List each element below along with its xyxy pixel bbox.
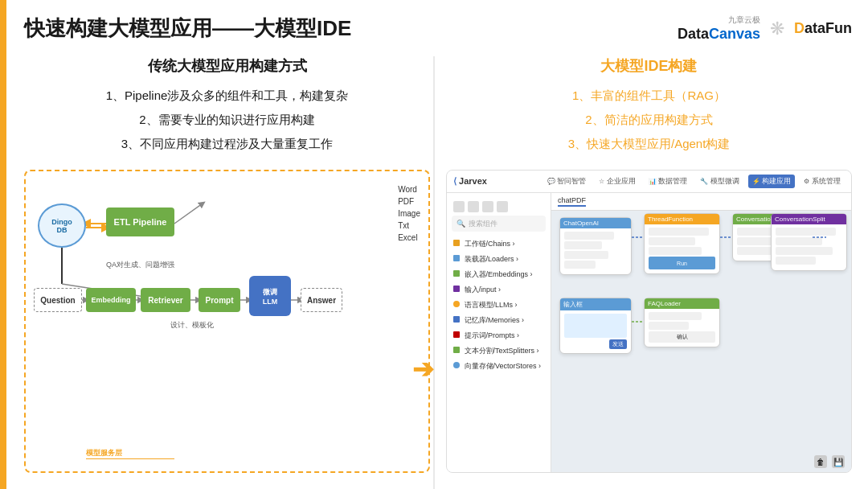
file-word: Word: [398, 183, 420, 195]
data-text: Data: [678, 26, 709, 42]
page-title: 快速构建大模型应用——大模型IDE: [24, 14, 351, 43]
toolbar-icon-2[interactable]: 💾: [832, 455, 845, 468]
file-image: Image: [398, 208, 420, 220]
node-etl: ETL Pipeline: [106, 208, 174, 236]
search-icon: 🔍: [457, 220, 465, 228]
ide-body: 🔍 搜索组件 工作链/Chains › 装载器/Loaders ›: [447, 193, 851, 472]
ide-canvas: chatPDF ChatOpenAI ThreadFunction: [551, 193, 851, 472]
annotation-design: 设计、模板化: [170, 320, 214, 331]
icon-1[interactable]: [453, 201, 465, 212]
menu-chains[interactable]: 工作链/Chains ›: [447, 236, 551, 252]
model-service-underline: [86, 458, 174, 459]
textsplit-icon: [453, 347, 460, 353]
nine-text: 九章云极: [678, 14, 760, 26]
right-point-1: 1、丰富的组件工具（RAG）: [446, 84, 852, 108]
ide-sidebar: 🔍 搜索组件 工作链/Chains › 装载器/Loaders ›: [447, 193, 551, 472]
menu-memories[interactable]: 记忆库/Memories ›: [447, 313, 551, 328]
menu-embeddings[interactable]: 嵌入器/Embeddings ›: [447, 267, 551, 282]
diagram-inner: Dingo DB ETL Pipeline Word PDF Image Txt…: [34, 179, 420, 463]
left-point-3: 3、不同应用构建过程涉及大量重复工作: [24, 132, 430, 156]
sidebar-icon-row: [447, 198, 551, 216]
nav-shuju[interactable]: 📊 数据管理: [645, 175, 692, 188]
left-column: 传统大模型应用构建方式 1、Pipeline涉及众多的组件和工具，构建复杂 2、…: [24, 56, 430, 473]
datafun-logo: DataFun: [794, 20, 852, 37]
node-title-threadfunc: ThreadFunction: [645, 214, 719, 224]
menu-prompts[interactable]: 提示词/Prompts ›: [447, 328, 551, 343]
file-pdf: PDF: [398, 195, 420, 208]
ide-nav: 💬 智问智管 ☆ 企业应用 📊 数据管理 🔧 模型微调 ⚡ 构建应用: [543, 175, 845, 188]
canvas-node-chatopenai: ChatOpenAI: [559, 217, 632, 275]
datafun-rest: ataFun: [805, 20, 852, 36]
search-placeholder: 搜索组件: [469, 219, 497, 229]
menu-vectorstores[interactable]: 向量存储/VectorStores ›: [447, 359, 551, 374]
left-point-1: 1、Pipeline涉及众多的组件和工具，构建复杂: [24, 84, 430, 108]
icon-4[interactable]: [497, 201, 508, 212]
loaders-icon: [453, 255, 460, 261]
canvas-node-lower-left: 输入框 发送: [559, 298, 632, 354]
llms-icon: [453, 301, 460, 307]
accent-bar: [0, 0, 6, 489]
node-title-lower-left: 输入框: [560, 298, 631, 310]
left-heading: 传统大模型应用构建方式: [24, 56, 430, 76]
node-title-chatopenai: ChatOpenAI: [560, 218, 631, 228]
right-point-2: 2、简洁的应用构建方式: [446, 108, 852, 132]
d-text: D: [794, 20, 805, 36]
file-excel: Excel: [398, 232, 420, 244]
node-title-faqloader: FAQLoader: [645, 298, 719, 309]
prompts-icon: [453, 331, 460, 338]
ide-mockup: ⟨ Jarvex 💬 智问智管 ☆ 企业应用 📊 数据管理 🔧 模型微调: [446, 170, 852, 473]
icon-2[interactable]: [468, 201, 479, 212]
nine-logo: 九章云极 DataCanvas: [678, 14, 760, 43]
model-service-label: 模型服务层: [86, 448, 122, 458]
node-send-btn[interactable]: 发送: [609, 339, 627, 349]
left-points: 1、Pipeline涉及众多的组件和工具，构建复杂 2、需要专业的知识进行应用构…: [24, 84, 430, 156]
node-btn-run[interactable]: Run: [649, 257, 715, 269]
toolbar-icon-1[interactable]: 🗑: [814, 455, 827, 468]
right-column: 大模型IDE构建 1、丰富的组件工具（RAG） 2、简洁的应用构建方式 3、快速…: [446, 56, 852, 473]
embeddings-icon: [453, 270, 460, 277]
chatpdf-tab[interactable]: chatPDF: [558, 196, 586, 207]
canvas-node-faqloader: FAQLoader 确认: [644, 298, 720, 347]
menu-llms[interactable]: 语言模型/LLMs ›: [447, 298, 551, 313]
content-area: 传统大模型应用构建方式 1、Pipeline涉及众多的组件和工具，构建复杂 2、…: [24, 56, 852, 473]
nav-goujian[interactable]: ⚡ 构建应用: [748, 175, 796, 188]
right-point-3: 3、快速大模型应用/Agent构建: [446, 132, 852, 156]
svg-line-2: [174, 203, 203, 224]
node-weitian: 微调 LLM: [249, 276, 291, 316]
node-retriever: Retriever: [141, 288, 190, 312]
logo-divider: ❋: [770, 18, 784, 39]
nav-zhiwen[interactable]: 💬 智问智管: [543, 175, 591, 188]
ide-topbar: ⟨ Jarvex 💬 智问智管 ☆ 企业应用 📊 数据管理 🔧 模型微调: [447, 171, 851, 193]
ide-tab-bar: chatPDF: [551, 193, 851, 211]
menu-textsplitters[interactable]: 文本分割/TextSplitters ›: [447, 343, 551, 359]
node-title-right: ConversationSplit: [772, 214, 846, 224]
node-embedding: Embedding: [86, 288, 136, 312]
ide-search-bar[interactable]: 🔍 搜索组件: [452, 216, 546, 232]
node-question: Question: [34, 288, 82, 312]
right-heading: 大模型IDE构建: [446, 56, 852, 76]
canvas-node-threadfunc: ThreadFunction Run: [644, 213, 720, 274]
icon-3[interactable]: [482, 201, 493, 212]
ide-logo: ⟨ Jarvex: [453, 176, 487, 187]
datacanvas-logo: DataCanvas: [678, 26, 760, 43]
right-points: 1、丰富的组件工具（RAG） 2、简洁的应用构建方式 3、快速大模型应用/Age…: [446, 84, 852, 156]
node-answer: Answer: [301, 288, 342, 312]
chains-icon: [453, 240, 460, 246]
faq-confirm-btn[interactable]: 确认: [649, 331, 715, 343]
node-dingodb: Dingo DB: [38, 203, 86, 248]
memories-icon: [453, 316, 460, 323]
file-txt: Txt: [398, 220, 420, 232]
canvas-node-right: ConversationSplit: [771, 213, 847, 271]
logo-area: 九章云极 DataCanvas ❋ DataFun: [678, 14, 852, 43]
nav-moxing[interactable]: 🔧 模型微调: [696, 175, 743, 188]
menu-loaders[interactable]: 装载器/Loaders ›: [447, 252, 551, 267]
input-icon: [453, 286, 460, 292]
canvas-bottom-toolbar: 🗑 💾: [814, 455, 845, 468]
file-labels: Word PDF Image Txt Excel: [398, 183, 420, 244]
nav-xitong[interactable]: ⚙ 系统管理: [800, 175, 845, 188]
menu-input[interactable]: 输入/input ›: [447, 282, 551, 298]
vectorstores-icon: [453, 362, 460, 368]
pipeline-diagram: Dingo DB ETL Pipeline Word PDF Image Txt…: [24, 170, 430, 473]
nav-qiye[interactable]: ☆ 企业应用: [595, 175, 640, 188]
diagram-arrows: [34, 179, 420, 463]
